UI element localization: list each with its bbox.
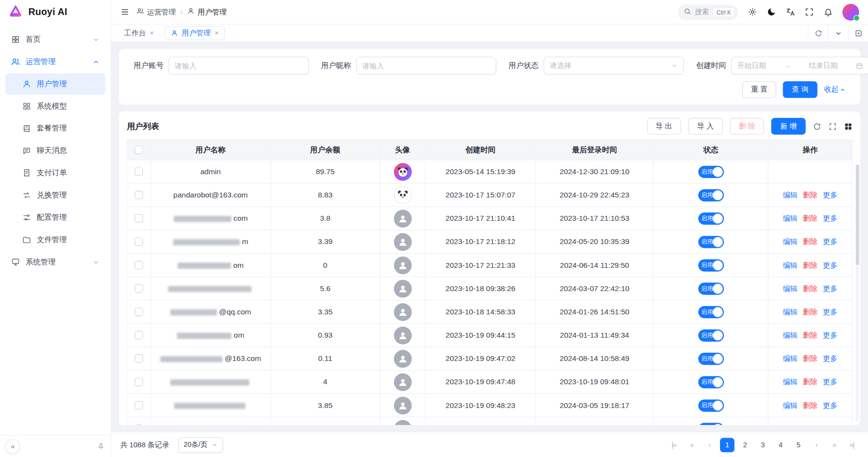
sidebar-item-0[interactable]: 首页	[5, 29, 105, 50]
edit-link[interactable]: 编辑	[783, 354, 798, 362]
status-toggle[interactable]: 启用	[698, 423, 724, 425]
collapse-filter-link[interactable]: 收起	[824, 84, 846, 95]
delete-link[interactable]: 删除	[803, 214, 818, 222]
more-link[interactable]: 更多	[823, 191, 837, 199]
status-select[interactable]: 请选择	[543, 57, 684, 75]
sidebar-subitem-1-6[interactable]: 配置管理	[5, 207, 105, 228]
chevron-down-icon[interactable]	[828, 24, 848, 42]
edit-link[interactable]: 编辑	[783, 214, 798, 222]
first-page-button[interactable]: |«	[667, 438, 681, 452]
edit-link[interactable]: 编辑	[783, 237, 798, 245]
row-checkbox[interactable]	[135, 378, 143, 386]
tab-user-management[interactable]: 用户管理 ×	[164, 26, 225, 40]
row-checkbox[interactable]	[135, 261, 143, 269]
status-toggle[interactable]: 启用	[698, 236, 724, 248]
scrollbar-thumb[interactable]	[856, 164, 859, 264]
sidebar-subitem-1-0[interactable]: 用户管理	[5, 73, 105, 95]
table-fullscreen-icon[interactable]	[829, 122, 837, 131]
settings-icon[interactable]	[748, 7, 757, 16]
delete-link[interactable]: 删除	[803, 308, 818, 316]
delete-link[interactable]: 删除	[803, 191, 818, 199]
sidebar-subitem-1-2[interactable]: 套餐管理	[5, 118, 105, 139]
status-toggle[interactable]: 启用	[698, 259, 724, 271]
next-5-pages-button[interactable]: »	[827, 438, 841, 452]
row-checkbox[interactable]	[135, 285, 143, 293]
status-toggle[interactable]: 启用	[698, 282, 724, 294]
status-toggle[interactable]: 启用	[698, 165, 724, 178]
more-link[interactable]: 更多	[823, 331, 837, 339]
status-toggle[interactable]: 启用	[698, 189, 724, 201]
fullscreen-icon[interactable]	[804, 7, 814, 16]
edit-link[interactable]: 编辑	[783, 401, 798, 409]
page-1-button[interactable]: 1	[720, 438, 735, 452]
edit-link[interactable]: 编辑	[783, 191, 798, 199]
prev-5-pages-button[interactable]: «	[685, 438, 699, 452]
more-link[interactable]: 更多	[823, 237, 837, 245]
bell-icon[interactable]	[823, 7, 833, 16]
edit-link[interactable]: 编辑	[783, 331, 798, 339]
page-2-button[interactable]: 2	[738, 438, 753, 452]
row-checkbox[interactable]	[135, 308, 143, 316]
more-link[interactable]: 更多	[823, 401, 837, 409]
next-page-button[interactable]: ›	[809, 438, 823, 452]
breadcrumb-users[interactable]: 用户管理	[187, 7, 227, 17]
edit-link[interactable]: 编辑	[783, 284, 798, 292]
more-link[interactable]: 更多	[823, 214, 837, 222]
column-settings-icon[interactable]	[844, 122, 852, 131]
row-checkbox[interactable]	[135, 401, 143, 409]
edit-link[interactable]: 编辑	[783, 424, 798, 425]
date-range-picker[interactable]: 开始日期 → 结束日期	[731, 57, 868, 75]
more-link[interactable]: 更多	[823, 261, 837, 269]
delete-link[interactable]: 删除	[803, 354, 818, 362]
edit-link[interactable]: 编辑	[783, 261, 798, 269]
delete-link[interactable]: 删除	[803, 424, 818, 425]
nickname-input[interactable]	[362, 62, 491, 70]
delete-button[interactable]: 删 除	[730, 118, 764, 134]
close-icon[interactable]: ×	[214, 30, 219, 37]
prev-page-button[interactable]: ‹	[702, 438, 717, 452]
import-button[interactable]: 导 入	[688, 118, 723, 134]
dark-mode-icon[interactable]	[767, 7, 776, 16]
sidebar-subitem-1-7[interactable]: 文件管理	[5, 229, 105, 250]
refresh-icon[interactable]	[813, 122, 821, 131]
status-toggle[interactable]: 启用	[698, 329, 724, 341]
row-checkbox[interactable]	[135, 168, 143, 176]
tab-workbench[interactable]: 工作台 ×	[118, 26, 160, 40]
page-5-button[interactable]: 5	[791, 438, 806, 452]
row-checkbox[interactable]	[135, 214, 143, 223]
translate-icon[interactable]	[786, 7, 795, 16]
breadcrumb-operations[interactable]: 运营管理	[136, 7, 176, 17]
delete-link[interactable]: 删除	[803, 284, 818, 292]
query-button[interactable]: 查 询	[783, 81, 818, 98]
row-checkbox[interactable]	[135, 238, 143, 246]
menu-toggle-icon[interactable]	[120, 7, 130, 16]
row-checkbox[interactable]	[135, 191, 143, 199]
sidebar-item-1[interactable]: 运营管理	[5, 51, 105, 73]
delete-link[interactable]: 删除	[803, 401, 818, 409]
row-checkbox[interactable]	[135, 425, 143, 425]
page-size-select[interactable]: 20条/页	[178, 437, 223, 453]
row-checkbox[interactable]	[135, 331, 143, 340]
sidebar-subitem-1-3[interactable]: 聊天消息	[5, 140, 105, 162]
close-icon[interactable]: ×	[149, 30, 154, 37]
status-toggle[interactable]: 启用	[698, 352, 724, 364]
account-input[interactable]	[175, 62, 303, 70]
add-button[interactable]: 新 增	[771, 118, 806, 134]
sidebar-collapse-button[interactable]: «	[5, 439, 20, 454]
delete-link[interactable]: 删除	[803, 377, 818, 386]
export-button[interactable]: 导 出	[647, 118, 681, 134]
sidebar-subitem-1-1[interactable]: 系统模型	[5, 96, 105, 117]
pin-icon[interactable]	[97, 442, 105, 451]
last-page-button[interactable]: »|	[845, 438, 859, 452]
more-link[interactable]: 更多	[823, 377, 837, 386]
user-avatar[interactable]	[842, 3, 859, 20]
sidebar-item-2[interactable]: 系统管理	[5, 251, 105, 273]
more-link[interactable]: 更多	[823, 284, 837, 292]
page-4-button[interactable]: 4	[773, 438, 788, 452]
delete-link[interactable]: 删除	[803, 237, 818, 245]
more-link[interactable]: 更多	[823, 424, 837, 425]
delete-link[interactable]: 删除	[803, 331, 818, 339]
reset-button[interactable]: 重 置	[742, 81, 777, 98]
delete-link[interactable]: 删除	[803, 261, 818, 269]
more-link[interactable]: 更多	[823, 354, 837, 362]
